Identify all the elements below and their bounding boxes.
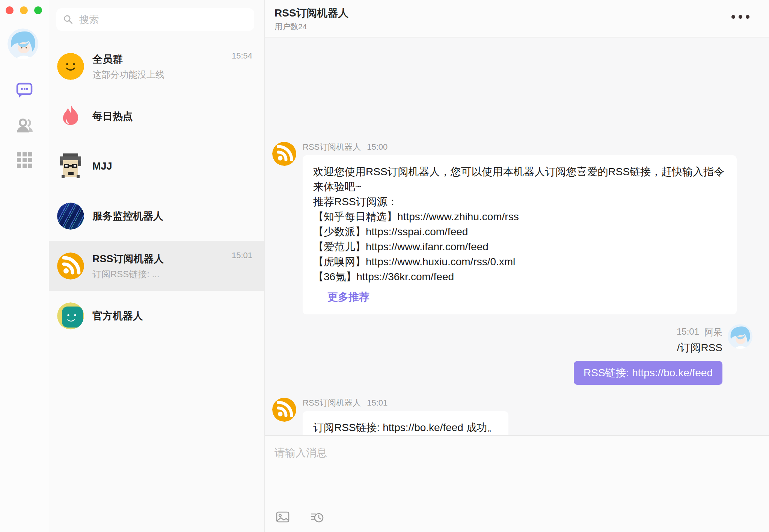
chat-time: 15:54: [232, 51, 252, 61]
search-icon: [63, 14, 73, 25]
message-line: 【爱范儿】https://www.ifanr.com/feed: [313, 239, 726, 254]
more-recommendations-link[interactable]: 更多推荐: [327, 290, 369, 305]
message-list: RSS订阅机器人 15:00 欢迎您使用RSS订阅机器人，您可以使用本机器人订阅…: [265, 38, 769, 435]
chat-name: 全员群: [92, 53, 164, 66]
user-message: 15:01 阿呆 /订阅RSS RSS链接: https://bo.ke/fee…: [272, 324, 752, 385]
bot-message-welcome: RSS订阅机器人 15:00 欢迎您使用RSS订阅机器人，您可以使用本机器人订阅…: [272, 142, 752, 314]
message-bubble: 订阅RSS链接: https://bo.ke/feed 成功。: [303, 411, 508, 435]
search-input[interactable]: [79, 14, 247, 26]
pixel-face-avatar: [57, 153, 84, 180]
anime-avatar-image: [8, 29, 38, 59]
user-avatar: [728, 324, 752, 349]
chat-app-window: 全员群 这部分功能没上线 15:54 每日热点: [0, 0, 769, 532]
smiley-avatar: [57, 53, 84, 80]
message-composer: [265, 435, 769, 532]
grid-icon: [16, 152, 33, 168]
command-text: /订阅RSS: [677, 341, 722, 355]
sender-name: RSS订阅机器人: [303, 398, 361, 408]
nav-chats[interactable]: [0, 80, 49, 100]
sender-name: RSS订阅机器人: [303, 142, 361, 152]
chat-preview: 这部分功能没上线: [92, 69, 164, 80]
flame-avatar: [57, 103, 84, 130]
message-line: 欢迎您使用RSS订阅机器人，您可以使用本机器人订阅您喜爱的RSS链接，赶快输入指…: [313, 164, 726, 194]
image-icon: [275, 509, 290, 524]
search-box[interactable]: [56, 8, 254, 31]
close-window-button[interactable]: [6, 6, 14, 14]
chat-time: 15:01: [232, 251, 252, 260]
current-user-avatar[interactable]: [8, 29, 38, 59]
chat-preview: 订阅RSS链接: ...: [92, 269, 164, 280]
bot-message-confirmation: RSS订阅机器人 15:01 订阅RSS链接: https://bo.ke/fe…: [272, 398, 752, 435]
chat-bubble-icon: [15, 80, 34, 100]
member-count: 用户数24: [274, 21, 769, 32]
message-input[interactable]: [265, 436, 769, 492]
blue-streaks-avatar: [57, 203, 84, 230]
chat-name: 每日热点: [92, 110, 133, 123]
message-time: 15:00: [367, 142, 388, 152]
chat-item-official-bot[interactable]: 官方机器人: [49, 291, 264, 341]
nav-contacts[interactable]: [0, 116, 49, 137]
chat-name: MJJ: [92, 160, 112, 173]
left-rail: [0, 0, 49, 532]
nav-apps[interactable]: [0, 152, 49, 168]
send-image-button[interactable]: [275, 509, 290, 524]
more-dots-icon: [731, 15, 735, 19]
robot-avatar: [57, 302, 84, 329]
message-history-button[interactable]: [310, 509, 325, 524]
message-line: 【虎嗅网】https://www.huxiu.com/rss/0.xml: [313, 254, 726, 269]
chat-item-service-monitor-bot[interactable]: 服务监控机器人: [49, 191, 264, 241]
chat-name: 官方机器人: [92, 310, 143, 322]
chat-list: 全员群 这部分功能没上线 15:54 每日热点: [49, 41, 264, 341]
chat-item-daily-hot[interactable]: 每日热点: [49, 91, 264, 141]
contacts-icon: [14, 116, 35, 137]
window-controls: [6, 6, 42, 14]
message-line: 推荐RSS订阅源：: [313, 194, 726, 209]
message-line: 【知乎每日精选】https://www.zhihu.com/rss: [313, 209, 726, 224]
user-message-bubble: RSS链接: https://bo.ke/feed: [574, 361, 722, 385]
message-bubble: 欢迎您使用RSS订阅机器人，您可以使用本机器人订阅您喜爱的RSS链接，赶快输入指…: [303, 155, 737, 314]
more-menu-button[interactable]: [731, 15, 749, 19]
chat-name: RSS订阅机器人: [92, 252, 164, 265]
rss-bot-avatar: [272, 142, 296, 166]
message-line: 【少数派】https://sspai.com/feed: [313, 224, 726, 239]
conversation-title: RSS订阅机器人: [274, 7, 769, 20]
zoom-window-button[interactable]: [34, 6, 42, 14]
chat-item-rss-bot[interactable]: RSS订阅机器人 订阅RSS链接: ... 15:01: [49, 241, 264, 291]
message-line: 【36氪】https://36kr.com/feed: [313, 269, 726, 284]
chat-item-all-members[interactable]: 全员群 这部分功能没上线 15:54: [49, 41, 264, 91]
conversation-header: RSS订阅机器人 用户数24: [265, 0, 769, 38]
chat-name: 服务监控机器人: [92, 210, 163, 222]
message-time: 15:01: [367, 398, 388, 408]
history-icon: [310, 509, 325, 524]
rss-avatar: [57, 252, 84, 280]
minimize-window-button[interactable]: [20, 6, 28, 14]
conversation-panel: RSS订阅机器人 用户数24 RSS订阅机: [265, 0, 769, 532]
chat-item-mjj[interactable]: MJJ: [49, 141, 264, 191]
rss-bot-avatar: [272, 398, 296, 422]
chat-list-panel: 全员群 这部分功能没上线 15:54 每日热点: [49, 0, 265, 532]
message-time: 15:01: [677, 326, 699, 338]
sender-name: 阿呆: [704, 326, 722, 338]
